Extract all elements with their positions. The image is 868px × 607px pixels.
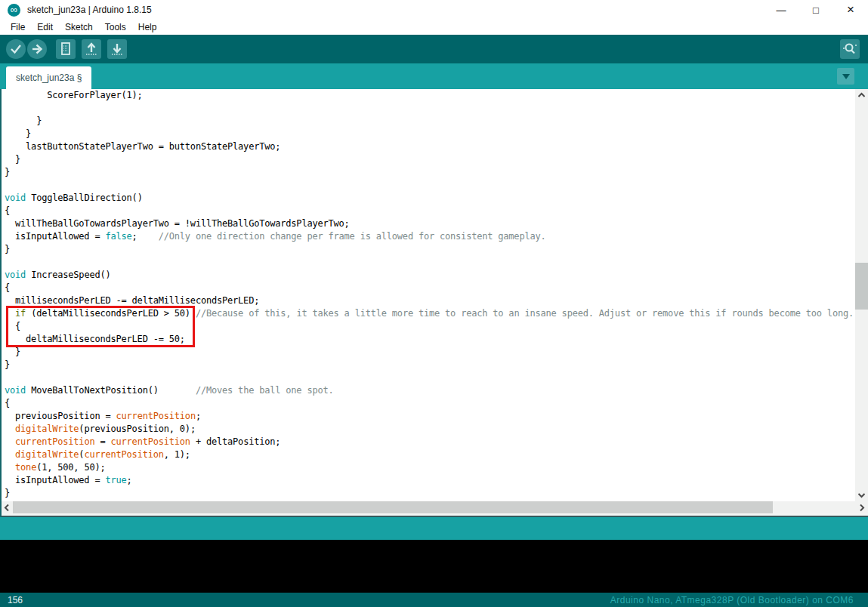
arduino-logo-icon: ∞ [8, 4, 20, 17]
arrow-up-tray-icon [82, 39, 101, 59]
horizontal-scrollbar[interactable] [0, 501, 868, 513]
code-line: isInputAllowed = true; [5, 474, 855, 487]
code-line [5, 102, 855, 115]
annotation-rectangle [6, 306, 195, 347]
save-sketch-button[interactable] [107, 39, 127, 59]
horizontal-scrollbar-thumb[interactable] [13, 501, 773, 513]
code-lines: ScoreForPlayer(1); } } lastButtonStatePl… [5, 89, 855, 500]
upload-button[interactable] [27, 39, 47, 59]
code-line: } [5, 166, 855, 179]
toolbar [0, 35, 868, 63]
window-edge [0, 89, 2, 517]
verify-button[interactable] [6, 39, 26, 59]
minimize-button[interactable]: — [764, 0, 798, 20]
vertical-scrollbar[interactable] [855, 89, 868, 501]
code-line: } [5, 153, 855, 166]
scroll-right-arrow[interactable] [855, 501, 868, 513]
scroll-up-arrow[interactable] [855, 89, 868, 101]
code-line: } [5, 487, 855, 500]
code-line: digitalWrite(previousPosition, 0); [5, 423, 855, 436]
code-line: void MoveBallToNextPosition() //Moves th… [5, 384, 855, 397]
code-line [5, 371, 855, 384]
code-line: } [5, 359, 855, 371]
cursor-line-number: 156 [8, 595, 23, 605]
open-sketch-button[interactable] [82, 39, 101, 59]
code-line [5, 256, 855, 269]
check-icon [6, 39, 26, 59]
code-line: previousPosition = currentPosition; [5, 410, 855, 423]
code-line: { [5, 282, 855, 294]
tabbar: sketch_jun23a § [0, 63, 868, 89]
code-line: { [5, 205, 855, 217]
serial-monitor-button[interactable] [840, 39, 860, 59]
chevron-down-icon [842, 74, 850, 79]
code-line: isInputAllowed = false; //Only one direc… [5, 230, 855, 243]
window-title: sketch_jun23a | Arduino 1.8.15 [27, 5, 152, 15]
close-button[interactable]: × [833, 0, 868, 20]
console-output [0, 540, 868, 593]
code-editor[interactable]: ScoreForPlayer(1); } } lastButtonStatePl… [0, 89, 868, 501]
code-line: void ToggleBallDirection() [5, 192, 855, 205]
menu-help[interactable]: Help [132, 20, 163, 34]
code-line: currentPosition = currentPosition + delt… [5, 436, 855, 448]
code-line [5, 179, 855, 192]
scroll-down-arrow[interactable] [855, 489, 868, 501]
code-line: } [5, 128, 855, 140]
code-line: lastButtonStatePlayerTwo = buttonStatePl… [5, 140, 855, 153]
arrow-down-tray-icon [107, 39, 127, 59]
board-port-info: Arduino Nano, ATmega328P (Old Bootloader… [610, 595, 854, 605]
new-sketch-button[interactable] [56, 39, 76, 59]
titlebar: ∞ sketch_jun23a | Arduino 1.8.15 — □ × [0, 0, 868, 20]
arrow-right-icon [27, 39, 47, 59]
code-line: ScoreForPlayer(1); [5, 89, 855, 102]
vertical-scrollbar-thumb[interactable] [855, 263, 868, 310]
menu-file[interactable]: File [5, 20, 31, 34]
code-line: digitalWrite(currentPosition, 1); [5, 448, 855, 461]
menu-edit[interactable]: Edit [31, 20, 59, 34]
statusbar: 156 Arduino Nano, ATmega328P (Old Bootlo… [0, 593, 868, 607]
tab-list-dropdown-button[interactable] [837, 68, 854, 85]
code-line: { [5, 397, 855, 410]
code-line: tone(1, 500, 50); [5, 461, 855, 474]
tab-sketch-jun23a[interactable]: sketch_jun23a § [6, 66, 91, 89]
code-line: void IncreaseSpeed() [5, 269, 855, 282]
menubar: File Edit Sketch Tools Help [0, 20, 868, 35]
magnifier-icon [840, 39, 860, 59]
code-line: } [5, 243, 855, 256]
code-line: willTheBallGoTowardsPlayerTwo = !willThe… [5, 217, 855, 230]
code-line: } [5, 346, 855, 359]
window-controls: — □ × [764, 0, 868, 20]
code-line: } [5, 115, 855, 128]
maximize-button[interactable]: □ [798, 0, 833, 20]
document-icon [56, 39, 76, 59]
status-message-area [0, 517, 868, 540]
menu-sketch[interactable]: Sketch [59, 20, 99, 34]
scroll-left-arrow[interactable] [0, 501, 13, 513]
menu-tools[interactable]: Tools [99, 20, 132, 34]
